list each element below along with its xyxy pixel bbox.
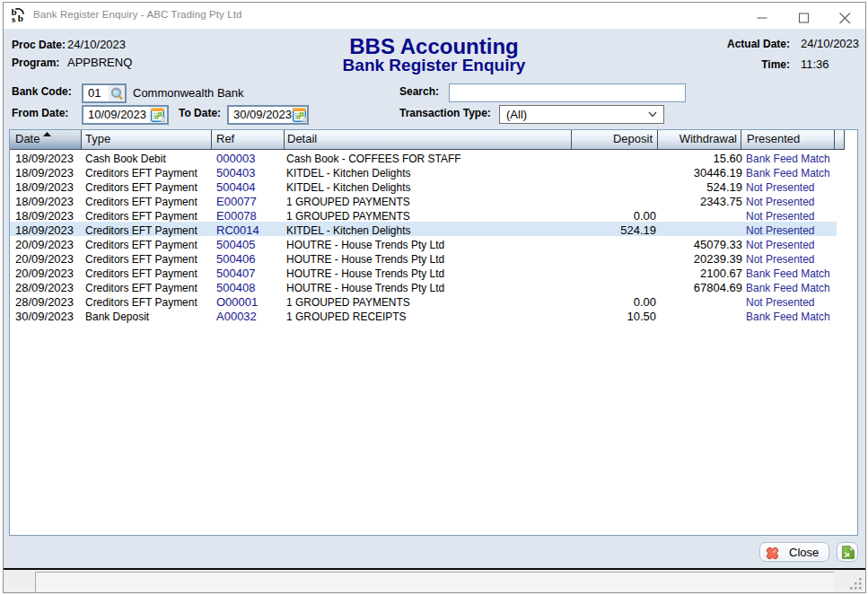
- svg-text:b: b: [18, 12, 23, 22]
- svg-text:s: s: [12, 13, 16, 24]
